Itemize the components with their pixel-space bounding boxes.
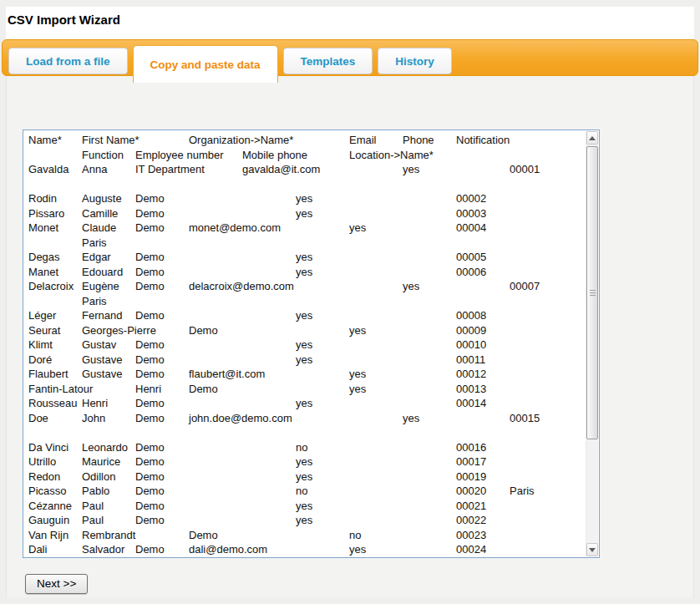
tab-templates[interactable]: Templates (283, 48, 373, 74)
textarea-line: Rousseau Henri Demo yes 00014 (28, 396, 585, 411)
textarea-line: Cézanne Paul Demo yes 00021 (28, 499, 585, 514)
textarea-line: Gauguin Paul Demo yes 00022 (28, 513, 585, 528)
scrollbar-thumb[interactable] (586, 146, 598, 439)
textarea-line: Van Rijn Rembrandt Demo no 00023 (28, 528, 585, 543)
tab-copy-and-paste-data[interactable]: Copy and paste data (133, 45, 278, 84)
tab-label: Templates (301, 55, 356, 68)
textarea-line (28, 425, 585, 440)
next-button[interactable]: Next >> (25, 574, 88, 594)
textarea-line: Doe John Demo john.doe@demo.com yes 0001… (28, 411, 585, 426)
textarea-line: Da Vinci Leonardo Demo no 00016 (28, 440, 585, 455)
tab-load-from-a-file[interactable]: Load from a file (8, 48, 128, 74)
arrow-down-icon (589, 548, 596, 552)
textarea-line: Rodin Auguste Demo yes 00002 (28, 191, 585, 206)
textarea-line: Delacroix Eugène Demo delacroix@demo.com… (28, 279, 585, 294)
textarea-line: Dali Salvador Demo dali@demo.com yes 000… (28, 542, 585, 556)
textarea-line: Name* First Name* Organization->Name* Em… (28, 133, 585, 148)
textarea-line: Utrillo Maurice Demo yes 00017 (28, 454, 585, 469)
textarea-line: Klimt Gustav Demo yes 00010 (28, 338, 585, 353)
tab-history[interactable]: History (378, 48, 452, 74)
textarea-line: Monet Claude Demo monet@demo.com yes 000… (28, 221, 585, 236)
textarea-line: Flaubert Gustave Demo flaubert@it.com ye… (28, 367, 585, 382)
csv-paste-textarea[interactable]: Name* First Name* Organization->Name* Em… (23, 129, 600, 558)
tab-label: History (395, 55, 434, 68)
textarea-line: Degas Edgar Demo yes 00005 (28, 250, 585, 265)
textarea-scrollbar[interactable] (586, 131, 598, 556)
tab-label: Load from a file (26, 55, 110, 68)
textarea-line: Pissaro Camille Demo yes 00003 (28, 206, 585, 221)
tab-label: Copy and paste data (150, 58, 261, 71)
page-title: CSV Import Wizard (8, 13, 120, 27)
textarea-line: Manet Edouard Demo yes 00006 (28, 265, 585, 280)
textarea-content: Name* First Name* Organization->Name* Em… (28, 133, 585, 556)
textarea-line (28, 177, 585, 192)
scroll-up-button[interactable] (586, 131, 598, 145)
textarea-line: Gavalda Anna IT Department gavalda@it.co… (28, 162, 585, 177)
textarea-line: Doré Gustave Demo yes 00011 (28, 353, 585, 368)
textarea-line: Léger Fernand Demo yes 00008 (28, 308, 585, 323)
textarea-line: Paris (28, 236, 585, 251)
wizard-tab-bar: Load from a file Copy and paste data Tem… (2, 39, 698, 76)
textarea-line: Seurat Georges-Pierre Demo yes 00009 (28, 323, 585, 338)
arrow-up-icon (589, 136, 596, 140)
textarea-line: Picasso Pablo Demo no 00020 Paris (28, 484, 585, 499)
textarea-line: Paris (28, 294, 585, 309)
textarea-line: Fantin-Latour Henri Demo yes 00013 (28, 382, 585, 397)
textarea-line: Redon Odillon Demo yes 00019 (28, 469, 585, 485)
scroll-down-button[interactable] (586, 543, 598, 556)
textarea-line: Function Employee number Mobile phone Lo… (28, 148, 585, 163)
scrollbar-grip-icon (590, 290, 596, 297)
